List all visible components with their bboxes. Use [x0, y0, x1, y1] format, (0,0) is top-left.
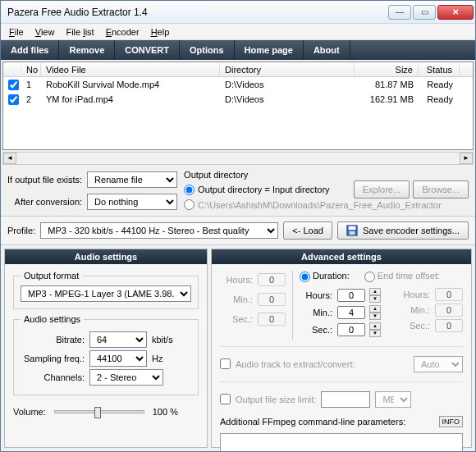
scroll-left-icon[interactable]: ◄ — [3, 153, 16, 164]
titlebar: Pazera Free Audio Extractor 1.4 — ▭ ✕ — [1, 1, 475, 24]
channels-select[interactable]: 2 - Stereo — [89, 369, 163, 386]
freq-unit: Hz — [152, 354, 162, 363]
profile-select[interactable]: MP3 - 320 kbit/s - 44100 Hz - Stereo - B… — [40, 222, 278, 239]
start-hours-input[interactable] — [258, 273, 286, 286]
bitrate-unit: kbit/s — [152, 335, 173, 345]
audio-settings-legend: Audio settings — [21, 314, 84, 324]
profile-bar: Profile: MP3 - 320 kbit/s - 44100 Hz - S… — [1, 217, 475, 245]
size-limit-label: Output file size limit: — [236, 395, 316, 404]
add-files-button[interactable]: Add files — [1, 40, 59, 60]
start-sec-input[interactable] — [258, 313, 286, 326]
dur-hours-input[interactable] — [337, 289, 365, 302]
col-dir[interactable]: Directory — [220, 63, 355, 76]
toolbar: Add files Remove CONVERT Options Home pa… — [1, 40, 475, 60]
homepage-button[interactable]: Home page — [235, 40, 304, 60]
svg-rect-1 — [349, 226, 356, 230]
profile-label: Profile: — [7, 226, 35, 235]
end-offset-radio[interactable] — [364, 272, 375, 282]
horizontal-scrollbar[interactable]: ◄ ► — [2, 152, 474, 165]
spinner-icon[interactable]: ▲▼ — [369, 322, 381, 337]
info-button[interactable]: INFO — [439, 416, 464, 427]
after-conversion-label: After conversion: — [7, 197, 82, 207]
freq-label: Sampling freq.: — [21, 354, 85, 363]
menu-view[interactable]: View — [30, 25, 60, 39]
table-row[interactable]: 2 YM for iPad.mp4 D:\Videos 162.91 MB Re… — [3, 92, 473, 107]
size-limit-unit[interactable]: MB — [375, 391, 411, 408]
save-encoder-button[interactable]: Save encoder settings... — [337, 221, 469, 240]
explore-button[interactable]: Explore... — [354, 180, 410, 199]
bitrate-select[interactable]: 64 — [89, 331, 147, 348]
remove-button[interactable]: Remove — [59, 40, 115, 60]
main-window: Pazera Free Audio Extractor 1.4 — ▭ ✕ Fi… — [0, 0, 476, 452]
scroll-right-icon[interactable]: ► — [460, 153, 473, 164]
row-checkbox[interactable] — [8, 80, 19, 90]
dur-min-input[interactable] — [337, 306, 365, 319]
size-limit-checkbox[interactable] — [220, 394, 231, 404]
disk-icon — [346, 225, 358, 236]
audio-track-label: Audio track to extract/convert: — [236, 359, 355, 369]
dur-sec-input[interactable] — [337, 323, 365, 336]
col-size[interactable]: Size — [355, 63, 419, 76]
volume-label: Volume: — [13, 407, 46, 417]
col-status[interactable]: Status — [419, 63, 460, 76]
size-limit-input[interactable] — [321, 391, 370, 408]
svg-rect-2 — [349, 231, 355, 235]
if-exists-label: If output file exists: — [7, 175, 82, 185]
settings-area: Audio settings Output format MP3 - MPEG-… — [1, 245, 475, 451]
about-button[interactable]: About — [304, 40, 350, 60]
menu-file[interactable]: File — [4, 25, 29, 39]
options-button[interactable]: Options — [180, 40, 235, 60]
spinner-icon[interactable]: ▲▼ — [369, 305, 381, 320]
advanced-settings-header: Advanced settings — [212, 249, 471, 264]
outdir-path: C:\Users\AshishM\Downloads\Pazera_Free_A… — [198, 200, 442, 210]
minimize-button[interactable]: — — [388, 5, 411, 20]
freq-select[interactable]: 44100 — [89, 350, 147, 367]
menu-filelist[interactable]: File list — [61, 25, 98, 39]
convert-button[interactable]: CONVERT — [115, 40, 180, 60]
maximize-button[interactable]: ▭ — [413, 5, 436, 20]
close-button[interactable]: ✕ — [437, 5, 474, 20]
output-format-legend: Output format — [21, 271, 82, 281]
end-min-input[interactable] — [435, 304, 463, 317]
bitrate-label: Bitrate: — [21, 335, 85, 345]
ffmpeg-params-input[interactable] — [220, 433, 463, 451]
ffmpeg-label: Additional FFmpeg command-line parameter… — [220, 417, 405, 427]
col-no[interactable]: No — [21, 63, 41, 76]
start-min-input[interactable] — [258, 293, 286, 306]
audio-settings-panel: Audio settings Output format MP3 - MPEG-… — [4, 249, 208, 448]
duration-radio[interactable] — [300, 272, 310, 282]
channels-label: Channels: — [21, 372, 85, 382]
outdir-same-radio[interactable] — [184, 185, 195, 195]
audio-track-checkbox[interactable] — [220, 358, 231, 369]
browse-button[interactable]: Browse... — [413, 180, 469, 199]
file-list-header: No Video File Directory Size Status — [3, 62, 473, 77]
volume-value: 100 % — [153, 407, 178, 417]
audio-settings-header: Audio settings — [5, 249, 207, 264]
after-conversion-select[interactable]: Do nothing — [87, 194, 177, 210]
menubar: File View File list Encoder Help — [1, 24, 475, 40]
window-title: Pazera Free Audio Extractor 1.4 — [7, 7, 387, 18]
load-profile-button[interactable]: <- Load — [283, 221, 332, 240]
spinner-icon[interactable]: ▲▼ — [369, 288, 381, 303]
output-controls: If output file exists: Rename file After… — [1, 165, 475, 217]
audio-track-select[interactable]: Auto — [414, 356, 463, 372]
end-hours-input[interactable] — [435, 288, 463, 301]
col-file[interactable]: Video File — [41, 63, 220, 76]
table-row[interactable]: 1 RoboKill Survival Mode.mp4 D:\Videos 8… — [3, 77, 473, 92]
end-sec-input[interactable] — [435, 319, 463, 332]
window-buttons: — ▭ ✕ — [387, 5, 474, 20]
outdir-custom-radio[interactable] — [184, 199, 195, 210]
advanced-settings-panel: Advanced settings Hours: Min.: Sec.: Dur… — [211, 249, 472, 448]
volume-slider[interactable] — [54, 410, 144, 413]
row-checkbox[interactable] — [8, 94, 19, 105]
menu-help[interactable]: Help — [146, 25, 175, 39]
menu-encoder[interactable]: Encoder — [101, 25, 144, 39]
output-format-select[interactable]: MP3 - MPEG-1 Layer 3 (LAME 3.98.4) — [21, 285, 191, 302]
output-dir-legend: Output directory — [184, 170, 469, 180]
if-exists-select[interactable]: Rename file — [87, 171, 177, 188]
file-list: No Video File Directory Size Status 1 Ro… — [2, 62, 474, 150]
outdir-same-label: Output directory = Input directory — [198, 185, 330, 194]
